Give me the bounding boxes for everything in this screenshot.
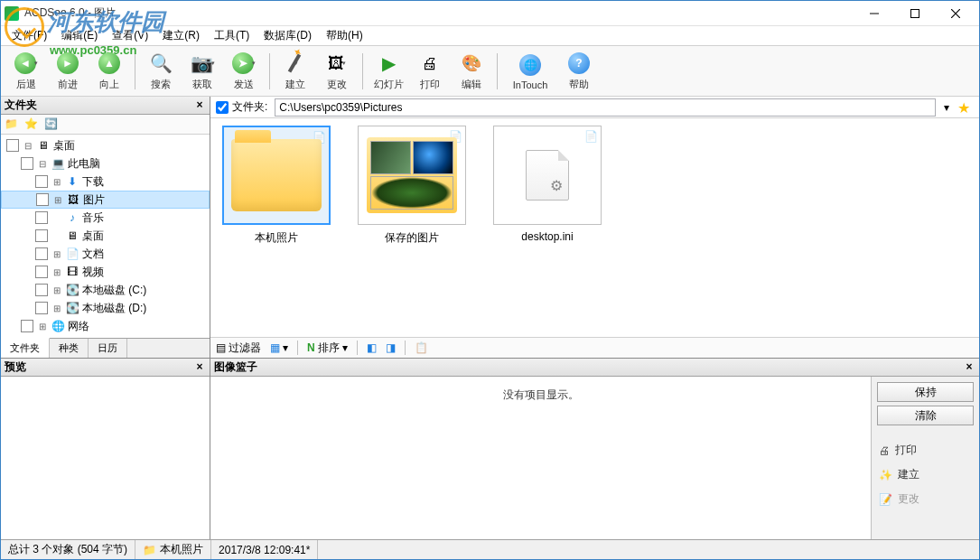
- tree-row-network[interactable]: ⊞ 🌐 网络: [1, 317, 210, 335]
- clear-button[interactable]: 清除: [877, 406, 974, 425]
- basket-create-link[interactable]: ✨建立: [877, 464, 974, 485]
- back-button[interactable]: ◄▾后退: [6, 49, 46, 94]
- sort-button[interactable]: N排序▾: [307, 341, 348, 356]
- tree-row-documents[interactable]: ⊞ 📄 文档: [1, 245, 210, 263]
- keep-button[interactable]: 保持: [877, 382, 974, 402]
- select-all-icon: ◨: [386, 341, 396, 354]
- expander-icon[interactable]: ⊞: [51, 177, 62, 187]
- tree-checkbox[interactable]: [35, 211, 48, 224]
- tab-category[interactable]: 种类: [50, 339, 89, 358]
- address-input[interactable]: [275, 98, 936, 117]
- favorite-star-icon[interactable]: ★: [957, 99, 974, 116]
- tree-row-desktop2[interactable]: 🖥 桌面: [1, 227, 210, 245]
- new-folder-icon[interactable]: 📁: [5, 117, 19, 132]
- print-button[interactable]: 🖨打印: [410, 49, 450, 94]
- videos-icon: 🎞: [65, 265, 79, 279]
- status-count: 总计 3 个对象 (504 字节): [1, 540, 135, 559]
- address-checkbox[interactable]: [216, 101, 229, 114]
- address-label: 文件夹:: [232, 99, 267, 115]
- modify-button[interactable]: 🖼▾更改: [317, 49, 357, 94]
- thumb-item-file[interactable]: 📄 desktop.ini: [489, 126, 606, 243]
- tree-checkbox[interactable]: [6, 139, 19, 152]
- search-button[interactable]: 🔍搜索: [141, 49, 181, 94]
- copy-button[interactable]: 📋: [415, 341, 428, 354]
- slideshow-button[interactable]: ▶幻灯片: [369, 49, 408, 94]
- close-button[interactable]: [935, 1, 975, 26]
- expander-icon[interactable]: ⊞: [37, 322, 48, 331]
- tree-row-downloads[interactable]: ⊞ ⬇ 下载: [1, 173, 210, 191]
- forward-button[interactable]: ►前进: [48, 49, 88, 94]
- address-dropdown[interactable]: ▾: [939, 101, 954, 114]
- basket-close[interactable]: ×: [963, 361, 975, 374]
- expander-icon[interactable]: ⊟: [23, 141, 33, 151]
- folders-panel-close[interactable]: ×: [193, 99, 206, 112]
- copy-icon: 📋: [415, 341, 428, 354]
- get-button[interactable]: 📷▾获取: [182, 49, 222, 94]
- disk-icon: 💽: [65, 283, 79, 297]
- filter-button[interactable]: ▤过滤器: [216, 341, 261, 356]
- create-button[interactable]: ▾建立: [275, 49, 315, 94]
- expander-icon[interactable]: ⊞: [51, 285, 62, 295]
- thumb-item-folder2[interactable]: 📄 保存的图片: [353, 126, 471, 246]
- minimize-button[interactable]: [854, 1, 894, 26]
- music-icon: ♪: [65, 210, 79, 225]
- menu-file[interactable]: 文件(F): [5, 26, 54, 45]
- preview-close[interactable]: ×: [193, 361, 206, 374]
- tree-checkbox[interactable]: [35, 266, 48, 278]
- tree-checkbox[interactable]: [36, 193, 49, 206]
- basket-title: 图像篮子: [214, 359, 963, 375]
- tree-checkbox[interactable]: [35, 229, 48, 242]
- preview-panel: 预览 ×: [1, 358, 210, 539]
- expander-icon[interactable]: ⊞: [51, 303, 62, 313]
- tree-row-desktop[interactable]: ⊟ 🖥 桌面: [1, 136, 210, 154]
- file-icon: [526, 150, 569, 201]
- menu-tools[interactable]: 工具(T): [207, 26, 257, 45]
- folder-icon: [231, 139, 322, 211]
- basket-actions: 保持 清除 🖨打印 ✨建立 📝更改: [871, 377, 979, 539]
- tree-row-pictures[interactable]: ⊞ 🖼 图片: [1, 191, 210, 209]
- thumbnail-grid[interactable]: 📄 本机照片 📄 保存的图片 📄 deskto: [210, 118, 979, 337]
- basket-panel: 图像篮子 × 没有项目显示。 保持 清除 🖨打印 ✨建立 📝更改: [210, 359, 979, 539]
- menu-edit[interactable]: 编辑(E): [54, 26, 105, 45]
- tree-checkbox[interactable]: [35, 302, 48, 314]
- select-button[interactable]: ◧: [367, 341, 377, 354]
- tree-checkbox[interactable]: [35, 247, 48, 260]
- menu-database[interactable]: 数据库(D): [257, 26, 319, 45]
- thumb-label: 本机照片: [255, 230, 298, 246]
- expander-icon[interactable]: ⊟: [37, 159, 48, 169]
- send-button[interactable]: ➤▾发送: [224, 49, 264, 94]
- intouch-button[interactable]: 🌐InTouch: [503, 49, 557, 94]
- tree-checkbox[interactable]: [35, 284, 48, 296]
- tree-checkbox[interactable]: [35, 175, 48, 188]
- maximize-button[interactable]: [894, 1, 935, 26]
- view-mode-button[interactable]: ▦▾: [270, 341, 288, 354]
- up-button[interactable]: ▲向上: [89, 49, 129, 94]
- preview-body: [1, 377, 210, 539]
- tree-checkbox[interactable]: [21, 320, 33, 332]
- edit-button[interactable]: 🎨编辑: [452, 49, 491, 94]
- basket-print-link[interactable]: 🖨打印: [877, 440, 974, 461]
- tree-row-music[interactable]: ♪ 音乐: [1, 209, 210, 227]
- basket-header: 图像篮子 ×: [210, 359, 979, 377]
- expander-icon[interactable]: ⊞: [51, 249, 62, 259]
- folder-tree[interactable]: ⊟ 🖥 桌面 ⊟ 💻 此电脑 ⊞ ⬇ 下载 ⊞ 🖼 图片: [1, 135, 210, 338]
- tab-folders[interactable]: 文件夹: [1, 338, 50, 358]
- menu-help[interactable]: 帮助(H): [319, 26, 370, 45]
- select-all-button[interactable]: ◨: [386, 341, 396, 354]
- menu-view[interactable]: 查看(V): [105, 26, 155, 45]
- basket-empty-text: 没有项目显示。: [210, 377, 871, 539]
- tree-row-diskc[interactable]: ⊞ 💽 本地磁盘 (C:): [1, 281, 210, 299]
- tree-row-videos[interactable]: ⊞ 🎞 视频: [1, 263, 210, 281]
- basket-modify-link[interactable]: 📝更改: [877, 489, 974, 509]
- tree-row-thispc[interactable]: ⊟ 💻 此电脑: [1, 154, 210, 173]
- tab-calendar[interactable]: 日历: [89, 339, 127, 358]
- expander-icon[interactable]: ⊞: [52, 195, 63, 205]
- tree-checkbox[interactable]: [21, 157, 33, 170]
- refresh-icon[interactable]: 🔄: [44, 117, 59, 132]
- expander-icon[interactable]: ⊞: [51, 267, 62, 277]
- tree-row-diskd[interactable]: ⊞ 💽 本地磁盘 (D:): [1, 299, 210, 317]
- thumb-item-folder1[interactable]: 📄 本机照片: [218, 126, 335, 246]
- favorites-icon[interactable]: ⭐: [24, 117, 39, 132]
- menu-create[interactable]: 建立(R): [155, 26, 207, 45]
- help-button[interactable]: ?帮助: [559, 49, 599, 94]
